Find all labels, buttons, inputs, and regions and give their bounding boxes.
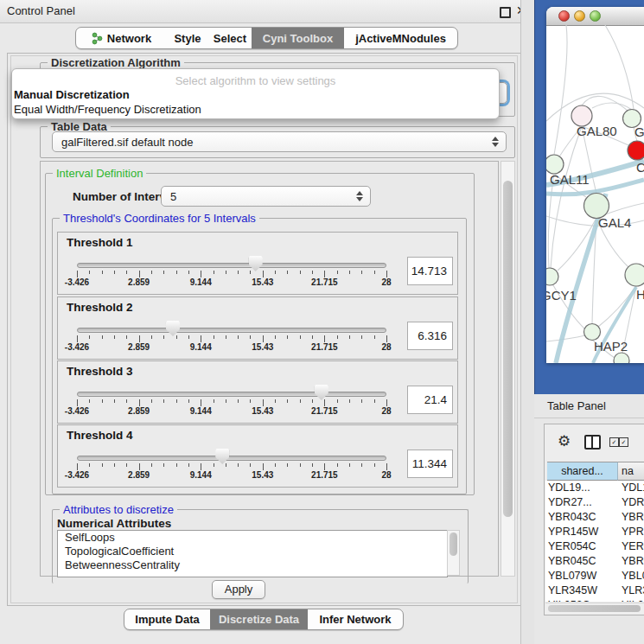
popup-hint: Select algorithm to view settings (12, 69, 499, 87)
panel-title: Control Panel (7, 4, 75, 17)
number-of-intervals-value: 5 (162, 190, 354, 203)
slider-tick-labels: -3.4262.8599.14415.4321.71528 (77, 470, 386, 481)
threshold-3-slider-track[interactable] (77, 392, 386, 397)
threshold-1-slider-track[interactable] (77, 263, 386, 268)
split-table-icon[interactable] (584, 435, 601, 450)
slider-ticks (77, 399, 386, 406)
node-label-c: C (636, 160, 644, 175)
table-panel-title: Table Panel (547, 399, 606, 412)
number-of-intervals-combo[interactable]: 5 (161, 186, 371, 207)
tab-discretize-data-label: Discretize Data (219, 613, 299, 626)
tab-impute-data[interactable]: Impute Data (124, 609, 210, 629)
threshold-2-slider-thumb[interactable] (166, 321, 180, 336)
node-label-h: H (636, 287, 644, 302)
threshold-1-slider-thumb[interactable] (249, 256, 263, 271)
threshold-2-value-field[interactable]: 6.316 (407, 322, 453, 350)
table-row[interactable]: YPR145WYPR1 (546, 525, 644, 539)
threshold-4-value-field[interactable]: 11.344 (407, 450, 453, 478)
checkbox-icon[interactable]: ✓ (619, 437, 628, 447)
list-item[interactable]: TopologicalCoefficient (58, 545, 447, 558)
table-row[interactable]: YER054CYER0 (546, 539, 644, 554)
table-row[interactable]: YBR043CYBR0 (546, 510, 644, 525)
node-gal11[interactable] (546, 155, 564, 174)
node-label-ga: GA (634, 124, 644, 139)
table-row[interactable]: YDR27...YDR2 (546, 495, 644, 510)
node-label-gal80: GAL80 (577, 124, 617, 138)
zoom-traffic-light-icon[interactable] (590, 10, 601, 22)
node-gcy1[interactable] (546, 268, 558, 285)
tab-jactivemnodules-label: jActiveMNodules (355, 32, 446, 45)
minimize-traffic-light-icon[interactable] (574, 10, 585, 22)
table-data-combo[interactable]: galFiltered.sif default node (52, 131, 507, 152)
network-canvas[interactable]: GAL80 GA C GAL11 GAL4 GCY1 H HAP2 (546, 25, 644, 363)
threshold-3-label: Threshold 3 (67, 365, 133, 378)
thresholds-group-label: Threshold's Coordinates for 5 Intervals (60, 212, 259, 225)
threshold-4-slider-thumb[interactable] (215, 449, 229, 464)
numerical-attributes-list[interactable]: SelfLoops TopologicalCoefficient Between… (57, 530, 448, 577)
slider-tick-labels: -3.4262.8599.14415.4321.71528 (77, 277, 386, 288)
table-data-value: galFiltered.sif default node (53, 136, 490, 149)
table-hscrollbar[interactable] (545, 603, 644, 614)
node-label-gcy1: GCY1 (546, 288, 577, 303)
float-window-icon[interactable] (500, 7, 511, 18)
tab-select-label: Select (214, 32, 246, 45)
threshold-2-label: Threshold 2 (67, 301, 133, 314)
column-header-name[interactable]: na (618, 462, 644, 481)
tab-network[interactable]: Network (76, 28, 167, 48)
close-traffic-light-icon[interactable] (558, 10, 570, 22)
column-header-shared-name[interactable]: shared... (547, 462, 618, 481)
tab-style-label: Style (174, 32, 201, 45)
tab-select[interactable]: Select (208, 28, 252, 48)
node-red-selected[interactable] (628, 141, 644, 160)
table-row[interactable]: YIL052CYIL0 (546, 598, 644, 602)
numerical-attributes-label: Numerical Attributes (57, 517, 171, 530)
table-row[interactable]: YLR345WYLR3 (546, 583, 644, 598)
threshold-1-box: Threshold 1 -3.4262.8599.14415.4321.7152… (57, 232, 458, 295)
table-row[interactable]: YDL19...YDL1 (546, 481, 644, 495)
gear-icon[interactable]: ⚙ (558, 432, 571, 450)
popup-option-equal-width[interactable]: Equal Width/Frequency Discretization (12, 102, 499, 117)
table-row[interactable]: YBL079WYBL0 (546, 569, 644, 583)
threshold-3-value-field[interactable]: 21.4 (407, 386, 453, 414)
tab-cyni-toolbox[interactable]: Cyni Toolbox (252, 28, 344, 48)
slider-tick-labels: -3.4262.8599.14415.4321.71528 (77, 342, 386, 353)
network-icon (92, 32, 103, 45)
threshold-3-slider-thumb[interactable] (315, 385, 328, 400)
threshold-1-label: Threshold 1 (67, 236, 133, 249)
checkbox-icon[interactable]: ✓ (609, 437, 619, 447)
scrollbar-thumb[interactable] (450, 532, 457, 556)
control-panel-titlebar: Control Panel ✕ (0, 0, 534, 23)
node-label-gal11: GAL11 (550, 172, 590, 187)
stepper-icon (354, 191, 364, 201)
node-label-hap2: HAP2 (594, 339, 628, 354)
list-item[interactable]: SelfLoops (58, 531, 447, 545)
scrollbar-thumb[interactable] (503, 181, 513, 517)
node-partial-bottom[interactable] (614, 353, 629, 363)
network-window: GAL80 GA C GAL11 GAL4 GCY1 H HAP2 (546, 7, 644, 363)
settings-scrollbar[interactable] (501, 161, 515, 577)
discretization-algorithm-label: Discretization Algorithm (48, 56, 184, 69)
table-row[interactable]: YBR045CYBR0 (546, 554, 644, 569)
scrollbar-thumb[interactable] (548, 605, 641, 612)
threshold-2-box: Threshold 2 -3.4262.8599.14415.4321.7152… (57, 296, 458, 360)
popup-option-manual[interactable]: Manual Discretization (12, 87, 499, 102)
node-hap2[interactable] (584, 324, 601, 341)
stepper-icon (490, 137, 500, 147)
tab-impute-data-label: Impute Data (135, 613, 199, 626)
tab-style[interactable]: Style (167, 28, 208, 48)
list-scrollbar[interactable] (447, 530, 460, 576)
top-tab-bar: Network Style Select Cyni Toolbox jActiv… (75, 27, 458, 49)
list-item[interactable]: BetweennessCentrality (58, 558, 447, 572)
tab-infer-network[interactable]: Infer Network (308, 609, 403, 629)
apply-button[interactable]: Apply (212, 580, 265, 599)
tab-jactivemnodules[interactable]: jActiveMNodules (344, 28, 457, 48)
tab-cyni-toolbox-label: Cyni Toolbox (263, 32, 333, 45)
panel-divider[interactable] (520, 0, 535, 644)
tab-discretize-data[interactable]: Discretize Data (210, 609, 308, 629)
threshold-2-slider-track[interactable] (77, 328, 386, 333)
threshold-4-slider-track[interactable] (77, 456, 386, 461)
threshold-3-box: Threshold 3 -3.4262.8599.14415.4321.7152… (57, 360, 458, 424)
threshold-1-value-field[interactable]: 14.713 (407, 257, 453, 285)
node-h[interactable] (625, 264, 644, 286)
screen: Control Panel ✕ Network Style Select Cyn… (0, 0, 644, 644)
